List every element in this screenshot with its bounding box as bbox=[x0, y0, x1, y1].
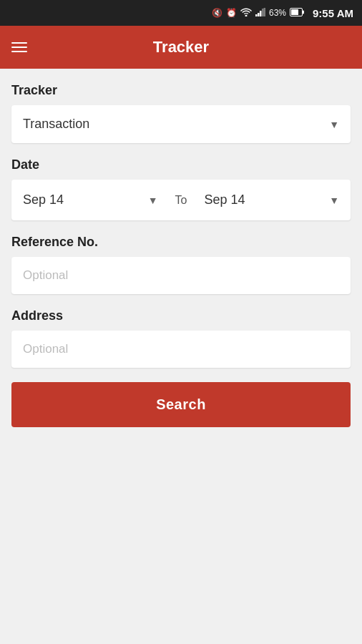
date-from-arrow-icon: ▼ bbox=[148, 195, 158, 206]
tracker-section: Tracker Transaction ▼ bbox=[11, 83, 351, 143]
wifi-icon bbox=[240, 7, 252, 19]
svg-rect-5 bbox=[264, 8, 266, 16]
address-section: Address bbox=[11, 308, 351, 368]
app-bar: Tracker bbox=[0, 26, 362, 69]
menu-button[interactable] bbox=[11, 42, 27, 52]
battery-label: 63% bbox=[269, 8, 286, 18]
date-separator: To bbox=[170, 194, 193, 207]
alarm-icon: ⏰ bbox=[226, 8, 237, 18]
status-bar: 🔇 ⏰ 63% bbox=[0, 0, 362, 26]
search-button[interactable]: Search bbox=[11, 382, 351, 427]
status-icons: 🔇 ⏰ 63% bbox=[9, 7, 304, 19]
tracker-dropdown[interactable]: Transaction ▼ bbox=[11, 105, 351, 143]
tracker-dropdown-arrow-icon: ▼ bbox=[329, 119, 339, 130]
main-content: Tracker Transaction ▼ Date Sep 14 ▼ To S… bbox=[0, 69, 362, 441]
battery-icon bbox=[290, 8, 304, 19]
reference-section: Reference No. bbox=[11, 235, 351, 294]
tracker-dropdown-value: Transaction bbox=[23, 117, 89, 132]
svg-point-0 bbox=[245, 15, 248, 17]
date-to-picker[interactable]: Sep 14 ▼ bbox=[192, 180, 351, 220]
date-from-picker[interactable]: Sep 14 ▼ bbox=[11, 180, 170, 220]
app-title: Tracker bbox=[39, 38, 323, 57]
mute-icon: 🔇 bbox=[212, 8, 222, 18]
address-input[interactable] bbox=[11, 331, 351, 368]
svg-rect-4 bbox=[262, 9, 264, 16]
reference-label: Reference No. bbox=[11, 235, 351, 250]
svg-rect-3 bbox=[260, 11, 262, 16]
svg-rect-2 bbox=[258, 13, 260, 16]
date-section: Date Sep 14 ▼ To Sep 14 ▼ bbox=[11, 157, 351, 220]
signal-icon bbox=[255, 8, 265, 19]
tracker-label: Tracker bbox=[11, 83, 351, 98]
date-from-value: Sep 14 bbox=[23, 192, 64, 208]
reference-input[interactable] bbox=[11, 257, 351, 294]
status-time: 9:55 AM bbox=[313, 7, 353, 19]
date-row: Sep 14 ▼ To Sep 14 ▼ bbox=[11, 180, 351, 220]
svg-rect-8 bbox=[303, 10, 304, 14]
date-label: Date bbox=[11, 157, 351, 172]
date-to-value: Sep 14 bbox=[204, 192, 245, 208]
svg-rect-7 bbox=[291, 9, 298, 15]
date-to-arrow-icon: ▼ bbox=[329, 195, 339, 206]
address-label: Address bbox=[11, 308, 351, 323]
svg-rect-1 bbox=[255, 14, 258, 16]
